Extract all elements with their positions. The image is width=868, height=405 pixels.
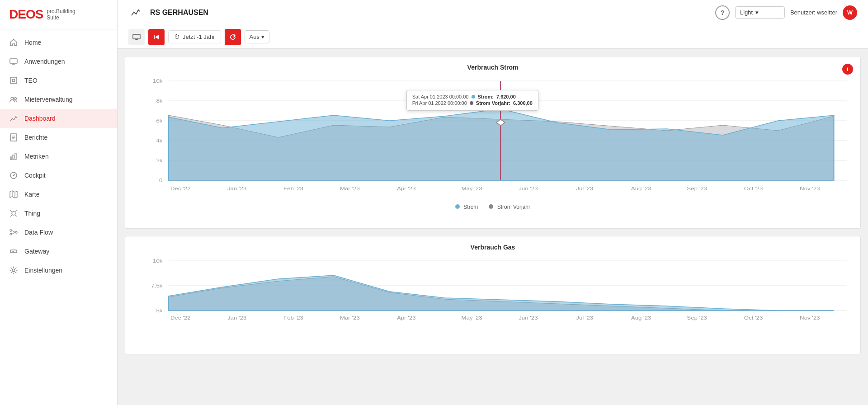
strom-legend: Strom Strom Vorjahr xyxy=(132,204,853,210)
main-area: RS GERHAUSEN ? Light ▾ Benutzer: wseitte… xyxy=(118,0,868,405)
svg-point-16 xyxy=(13,175,14,176)
sidebar-item-home[interactable]: Home xyxy=(0,33,117,52)
svg-text:10k: 10k xyxy=(153,259,163,264)
svg-line-25 xyxy=(12,232,15,234)
gateway-icon xyxy=(9,247,18,256)
svg-text:Dec '22: Dec '22 xyxy=(170,316,191,320)
svg-text:Sep '23: Sep '23 xyxy=(687,186,707,191)
logo-subtitle: pro.Building Suite xyxy=(47,8,75,21)
sidebar-item-label-metriken: Metriken xyxy=(24,153,49,160)
sidebar-item-label-anwendungen: Anwendungen xyxy=(24,58,65,65)
sidebar-item-einstellungen[interactable]: Einstellungen xyxy=(0,261,117,280)
svg-rect-13 xyxy=(15,153,16,160)
user-label: Benutzer: wseitter xyxy=(790,9,837,16)
sidebar-item-label-dashboard: Dashboard xyxy=(24,115,56,122)
svg-marker-17 xyxy=(10,191,17,198)
users-icon xyxy=(9,95,18,104)
svg-rect-0 xyxy=(10,59,17,63)
reports-icon xyxy=(9,133,18,142)
sidebar-item-karte[interactable]: Karte xyxy=(0,185,117,204)
topbar: RS GERHAUSEN ? Light ▾ Benutzer: wseitte… xyxy=(118,0,868,25)
sidebar-item-metriken[interactable]: Metriken xyxy=(0,147,117,166)
svg-text:Nov '23: Nov '23 xyxy=(800,316,820,320)
gas-chart-card: Verbrauch Gas 10k 7.5k 5k Dec xyxy=(125,236,861,354)
sidebar-item-label-karte: Karte xyxy=(24,191,39,198)
svg-marker-33 xyxy=(155,35,159,39)
content-area: Verbrauch Strom i Sat Apr 01 2023 00:00:… xyxy=(118,49,868,405)
svg-text:Mar '23: Mar '23 xyxy=(340,186,360,191)
theme-arrow: ▾ xyxy=(755,9,759,16)
sidebar-item-label-home: Home xyxy=(24,39,41,46)
cockpit-icon xyxy=(9,171,18,180)
sidebar-item-label-mieterverwaltung: Mieterverwaltung xyxy=(24,96,73,103)
svg-text:5k: 5k xyxy=(156,308,162,313)
svg-text:Jul '23: Jul '23 xyxy=(576,316,593,320)
svg-text:Jan '23: Jan '23 xyxy=(227,316,247,320)
svg-point-4 xyxy=(12,79,15,82)
theme-label: Light xyxy=(740,9,753,16)
sidebar-item-dashboard[interactable]: Dashboard xyxy=(0,109,117,128)
sidebar-item-teo[interactable]: TEO xyxy=(0,71,117,90)
chart-icon xyxy=(9,114,18,123)
strom-chart-title: Verbrauch Strom xyxy=(132,64,853,71)
sidebar-item-label-einstellungen: Einstellungen xyxy=(24,267,62,274)
strom-info-button[interactable]: i xyxy=(842,64,853,75)
sidebar-item-thing[interactable]: Thing xyxy=(0,204,117,223)
sidebar-item-mieterverwaltung[interactable]: Mieterverwaltung xyxy=(0,90,117,109)
svg-text:Nov '23: Nov '23 xyxy=(800,186,820,191)
svg-rect-11 xyxy=(10,157,12,160)
svg-text:10k: 10k xyxy=(153,79,163,84)
legend-strom: Strom xyxy=(455,204,478,210)
help-button[interactable]: ? xyxy=(715,5,730,20)
sidebar: DEOS pro.Building Suite Home Anwendungen… xyxy=(0,0,118,405)
time-display: ⏱ Jetzt -1 Jahr xyxy=(168,30,221,43)
svg-text:Feb '23: Feb '23 xyxy=(283,316,303,320)
back-button[interactable] xyxy=(148,29,165,45)
metrics-icon xyxy=(9,152,18,161)
aus-dropdown[interactable]: Aus ▾ xyxy=(245,30,269,43)
strom-svg: 10k 8k 6k 4k 2k 0 Dec '22 J xyxy=(132,76,853,198)
svg-text:Apr '23: Apr '23 xyxy=(397,316,416,320)
svg-text:Aug '23: Aug '23 xyxy=(631,316,651,320)
sidebar-item-dataflow[interactable]: Data Flow xyxy=(0,223,117,242)
svg-point-27 xyxy=(12,251,13,252)
svg-text:May '23: May '23 xyxy=(461,186,482,191)
svg-point-20 xyxy=(12,212,15,215)
svg-text:Dec '22: Dec '22 xyxy=(170,186,191,191)
sidebar-item-label-thing: Thing xyxy=(24,210,40,217)
gas-chart-area: 10k 7.5k 5k Dec '22 Jan '23 Feb '23 Mar … xyxy=(132,256,853,347)
time-label: Jetzt -1 Jahr xyxy=(183,33,215,40)
sidebar-item-berichte[interactable]: Berichte xyxy=(0,128,117,147)
svg-point-5 xyxy=(11,97,14,100)
refresh-button[interactable] xyxy=(225,29,241,45)
dataflow-icon xyxy=(9,228,18,237)
svg-text:4k: 4k xyxy=(156,138,162,143)
home-icon xyxy=(9,38,18,47)
sidebar-item-gateway[interactable]: Gateway xyxy=(0,242,117,261)
sidebar-item-anwendungen[interactable]: Anwendungen xyxy=(0,52,117,71)
strom-chart-card: Verbrauch Strom i Sat Apr 01 2023 00:00:… xyxy=(125,56,861,229)
sidebar-item-label-berichte: Berichte xyxy=(24,134,47,141)
logo: DEOS pro.Building Suite xyxy=(0,0,117,29)
monitor-icon xyxy=(9,57,18,66)
gas-svg: 10k 7.5k 5k Dec '22 Jan '23 Feb '23 Mar … xyxy=(132,256,853,338)
aus-arrow: ▾ xyxy=(261,33,264,40)
svg-text:Jun '23: Jun '23 xyxy=(519,186,538,191)
svg-text:Sep '23: Sep '23 xyxy=(687,316,707,320)
sidebar-item-cockpit[interactable]: Cockpit xyxy=(0,166,117,185)
svg-point-6 xyxy=(14,98,17,100)
svg-point-22 xyxy=(10,233,12,235)
toolbar: ⏱ Jetzt -1 Jahr Aus ▾ xyxy=(118,25,868,49)
topbar-chart-icon xyxy=(128,5,143,20)
svg-text:Jan '23: Jan '23 xyxy=(227,186,247,191)
svg-text:2k: 2k xyxy=(156,158,162,163)
theme-selector[interactable]: Light ▾ xyxy=(735,6,785,19)
svg-text:6k: 6k xyxy=(156,118,162,123)
logo-brand: DEOS xyxy=(9,7,43,22)
svg-text:0: 0 xyxy=(159,178,163,183)
settings-icon xyxy=(9,266,18,275)
svg-point-23 xyxy=(15,231,17,233)
monitor-button[interactable] xyxy=(128,29,145,45)
svg-marker-70 xyxy=(169,275,834,311)
svg-text:Jun '23: Jun '23 xyxy=(519,316,538,320)
